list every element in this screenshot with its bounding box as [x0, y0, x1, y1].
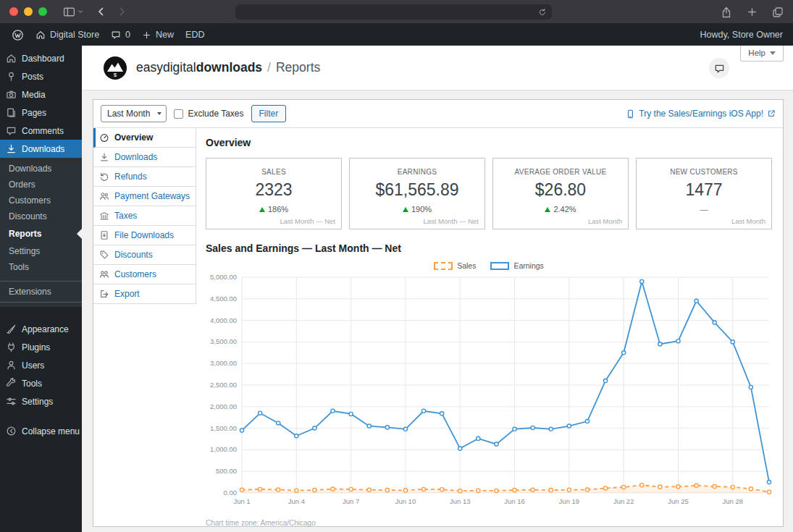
macos-close-button[interactable]	[9, 7, 18, 16]
tab-label: Discounts	[114, 250, 153, 260]
up-arrow-icon	[545, 207, 550, 212]
overview-report: Overview SALES 2323 186% Last Month — Ne…	[196, 128, 783, 526]
submenu-item-orders[interactable]: Orders	[0, 177, 82, 193]
howdy-menu[interactable]: Howdy, Store Owner	[700, 30, 787, 40]
chevron-down-icon[interactable]	[77, 8, 84, 15]
external-link-icon	[767, 109, 776, 118]
tab-overview[interactable]: Overview	[93, 128, 196, 148]
back-icon[interactable]	[96, 6, 107, 17]
tab-file-downloads[interactable]: File Downloads	[93, 226, 196, 245]
sliders-icon	[6, 396, 17, 407]
legend-swatch	[434, 262, 453, 270]
filter-bar: Last Month Exclude Taxes Filter Try the …	[93, 100, 783, 128]
tab-taxes[interactable]: Taxes	[93, 206, 196, 226]
edd-menu[interactable]: EDD	[180, 24, 210, 46]
sidebar-item-dashboard[interactable]: Dashboard	[0, 49, 82, 67]
feedback-chat-button[interactable]	[709, 58, 729, 78]
file-download-icon	[99, 230, 109, 240]
sidebar-item-downloads[interactable]: Downloads	[0, 140, 82, 158]
tab-label: Export	[114, 289, 140, 299]
breadcrumb-separator: /	[267, 60, 271, 75]
section-heading: Overview	[206, 137, 772, 148]
macos-titlebar	[0, 0, 793, 24]
macos-minimize-button[interactable]	[24, 7, 33, 16]
sidebar-item-label: Posts	[22, 72, 43, 82]
filter-button[interactable]: Filter	[251, 105, 287, 122]
submenu-item-settings[interactable]: Settings	[0, 243, 82, 259]
chart-legend: SalesEarnings	[206, 261, 772, 270]
share-icon[interactable]	[721, 7, 732, 18]
ios-app-link[interactable]: Try the Sales/Earnings iOS App!	[626, 109, 776, 119]
caret-down-icon	[770, 51, 776, 55]
sidebar-item-posts[interactable]: Posts	[0, 67, 82, 85]
exclude-taxes-checkbox[interactable]: Exclude Taxes	[174, 109, 243, 119]
tile-change-value: 186%	[268, 205, 288, 214]
reload-icon[interactable]	[538, 8, 547, 17]
sidebar-toggle-icon[interactable]	[63, 6, 75, 18]
submenu-item-tools[interactable]: Tools	[0, 259, 82, 275]
submenu-label: Downloads	[9, 164, 51, 174]
forward-icon[interactable]	[116, 6, 127, 17]
legend-item-earnings[interactable]: Earnings	[490, 261, 543, 270]
new-tab-icon[interactable]	[747, 7, 758, 17]
macos-zoom-button[interactable]	[38, 7, 47, 16]
sidebar-item-plugins[interactable]: Plugins	[0, 338, 82, 356]
sidebar-item-pages[interactable]: Pages	[0, 104, 82, 122]
select-caret-icon	[157, 112, 161, 115]
submenu-item-reports[interactable]: Reports	[0, 224, 82, 243]
collapse-icon	[6, 426, 17, 436]
sidebar-item-tools[interactable]: Tools	[0, 374, 82, 392]
exclude-taxes-label: Exclude Taxes	[188, 109, 243, 119]
bank-icon	[99, 211, 109, 221]
site-name-menu[interactable]: Digital Store	[30, 24, 105, 46]
tab-payment-gateways[interactable]: Payment Gateways	[93, 187, 196, 206]
svg-text:5,000.00: 5,000.00	[210, 273, 237, 281]
new-label: New	[156, 30, 174, 40]
svg-text:2,000.00: 2,000.00	[210, 402, 237, 410]
tile-footer: Last Month	[588, 217, 622, 225]
pin-icon	[6, 71, 17, 82]
tab-refunds[interactable]: Refunds	[93, 167, 196, 187]
submenu-item-extensions[interactable]: Extensions	[0, 281, 82, 303]
comments-menu[interactable]: 0	[105, 24, 136, 46]
submenu-label: Tools	[9, 262, 29, 272]
date-range-select[interactable]: Last Month	[101, 105, 167, 122]
submenu-item-customers[interactable]: Customers	[0, 193, 82, 208]
svg-text:Jun 4: Jun 4	[288, 497, 305, 505]
svg-text:Jun 22: Jun 22	[613, 497, 634, 505]
tile-value: $61,565.89	[350, 180, 484, 200]
report-tabs: Overview Downloads Refunds Payment Gatew…	[93, 128, 196, 526]
tab-downloads[interactable]: Downloads	[93, 148, 196, 167]
address-bar[interactable]	[235, 4, 552, 20]
sidebar-item-users[interactable]: Users	[0, 356, 82, 374]
help-dropdown[interactable]: Help	[740, 46, 784, 62]
kpi-tile-new-customers: NEW CUSTOMERS 1477 — Last Month	[636, 158, 772, 229]
tile-change: 2.42%	[493, 205, 628, 214]
tab-export[interactable]: Export	[93, 284, 196, 304]
site-name-label: Digital Store	[50, 30, 99, 40]
wrench-icon	[6, 378, 17, 389]
group-icon	[99, 269, 109, 279]
sidebar-item-appearance[interactable]: Appearance	[0, 320, 82, 338]
submenu-item-discounts[interactable]: Discounts	[0, 208, 82, 224]
tab-customers[interactable]: Customers	[93, 265, 196, 284]
comments-count: 0	[125, 30, 130, 40]
new-content-menu[interactable]: New	[136, 24, 180, 46]
sidebar-item-settings[interactable]: Settings	[0, 392, 82, 410]
svg-text:500.00: 500.00	[216, 467, 237, 475]
sales-earnings-chart[interactable]: 0.00500.001,000.001,500.002,000.002,500.…	[206, 271, 772, 518]
collapse-menu-button[interactable]: Collapse menu	[0, 422, 82, 440]
wp-logo-menu[interactable]	[6, 24, 30, 46]
up-arrow-icon	[259, 207, 265, 212]
tab-overview-icon[interactable]	[772, 7, 784, 18]
sidebar-item-comments[interactable]: Comments	[0, 122, 82, 140]
legend-item-sales[interactable]: Sales	[434, 261, 476, 270]
submenu-item-downloads[interactable]: Downloads	[0, 161, 82, 177]
tab-discounts[interactable]: Discounts	[93, 245, 196, 265]
kpi-tile-earnings: EARNINGS $61,565.89 190% Last Month — Ne…	[349, 158, 485, 229]
sidebar-item-media[interactable]: Media	[0, 85, 82, 104]
comment-icon	[6, 125, 17, 136]
sidebar-item-label: Users	[22, 360, 44, 371]
tile-label: NEW CUSTOMERS	[637, 168, 771, 176]
page-title: easydigitaldownloads/Reports	[136, 60, 320, 75]
